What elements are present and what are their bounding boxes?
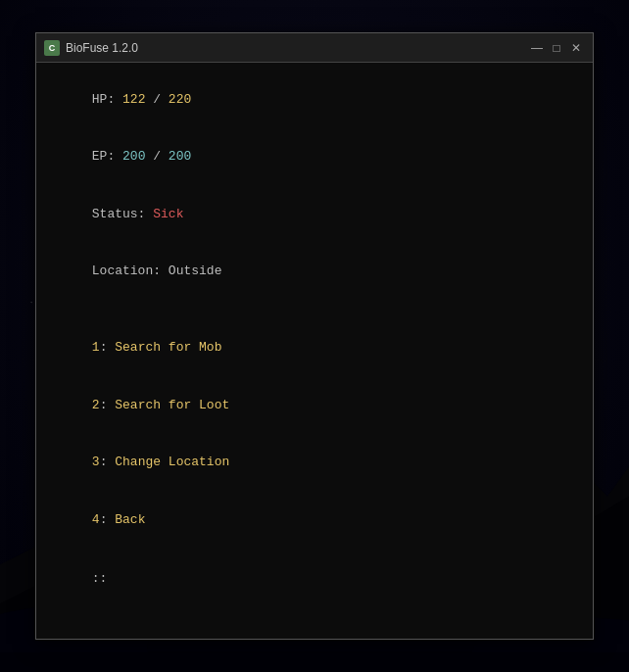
status-label: Status: <box>92 207 153 221</box>
hp-line: HP: 122 / 220 <box>46 71 583 128</box>
status-line: Status: Sick <box>46 185 583 243</box>
menu-item-1[interactable]: 1: Search for Mob <box>46 319 583 377</box>
menu-colon-1: : <box>100 340 116 355</box>
menu-item-2[interactable]: 2: Search for Loot <box>46 376 583 434</box>
svg-rect-9 <box>0 652 629 672</box>
ep-line: EP: 200 / 200 <box>46 128 583 186</box>
menu-colon-3: : <box>100 455 116 469</box>
app-icon: C <box>44 40 60 56</box>
hp-sep: / <box>145 92 168 107</box>
status-value: Sick <box>153 207 183 221</box>
minimize-button[interactable]: — <box>528 39 546 57</box>
menu-item-4[interactable]: 4: Back <box>46 491 583 549</box>
window-controls: — □ ✕ <box>528 39 585 57</box>
location-value: Outside <box>169 264 222 278</box>
ep-current: 200 <box>122 149 145 164</box>
ep-label: EP: <box>92 149 122 164</box>
prompt-symbol: :: <box>92 571 108 586</box>
location-label: Location: <box>92 264 169 278</box>
menu-label-2: Search for Loot <box>115 398 229 412</box>
menu-colon-4: : <box>100 512 116 527</box>
menu-item-3[interactable]: 3: Change Location <box>46 434 583 492</box>
location-line: Location: Outside <box>46 243 583 301</box>
close-button[interactable]: ✕ <box>567 39 585 57</box>
ep-max: 200 <box>169 149 191 164</box>
terminal-window: C BioFuse 1.2.0 — □ ✕ HP: 122 / 220 EP: … <box>35 32 594 640</box>
menu-colon-2: : <box>100 398 116 412</box>
menu-number-3: 3 <box>92 455 100 469</box>
title-bar: C BioFuse 1.2.0 — □ ✕ <box>36 33 593 63</box>
spacer-1 <box>46 300 583 319</box>
menu-number-1: 1 <box>92 340 100 355</box>
menu-number-2: 2 <box>92 398 100 412</box>
hp-label: HP: <box>92 92 122 107</box>
window-title: BioFuse 1.2.0 <box>66 41 528 55</box>
maximize-button[interactable]: □ <box>548 39 565 57</box>
menu-number-4: 4 <box>92 512 100 527</box>
terminal-body[interactable]: HP: 122 / 220 EP: 200 / 200 Status: Sick… <box>36 63 593 639</box>
hp-current: 122 <box>122 92 145 107</box>
menu-label-3: Change Location <box>115 455 229 469</box>
menu-label-4: Back <box>115 512 145 527</box>
prompt-line[interactable]: :: <box>46 551 583 608</box>
menu-label-1: Search for Mob <box>115 340 221 355</box>
ep-sep: / <box>145 149 168 164</box>
hp-max: 220 <box>169 92 191 107</box>
